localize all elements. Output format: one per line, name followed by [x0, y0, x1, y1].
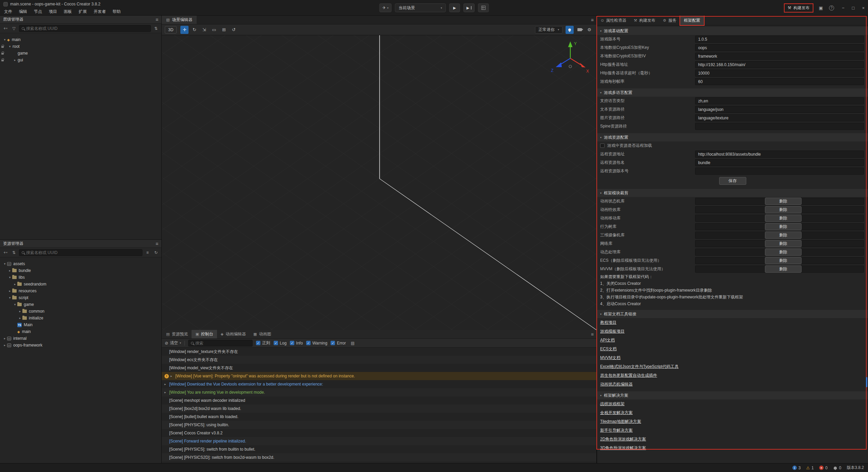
- menu-item-扩展[interactable]: 扩展: [75, 9, 90, 15]
- tree-node-game[interactable]: ▾game: [0, 301, 161, 308]
- minimize-button[interactable]: −: [842, 5, 845, 11]
- sort-icon[interactable]: ⇅: [153, 25, 159, 32]
- console-menu-icon[interactable]: ≡: [591, 332, 594, 337]
- expand-arrow[interactable]: ▸: [8, 289, 12, 293]
- tree-node-libs[interactable]: ▾libs: [0, 274, 161, 281]
- asset-filter-icon[interactable]: ≡: [144, 249, 151, 256]
- preview-device-button[interactable]: ✈ ▾: [379, 3, 392, 12]
- tab-framework-config[interactable]: 框架配置: [680, 16, 704, 25]
- section-basic-config[interactable]: ▾ 游戏基础配置: [597, 27, 868, 35]
- field-input[interactable]: bundle: [695, 159, 864, 166]
- hierarchy-search[interactable]: [19, 25, 151, 32]
- step-button[interactable]: ▶: [463, 3, 474, 12]
- tab-animation-graph[interactable]: ▦ 动画图: [250, 330, 275, 338]
- tree-node-root[interactable]: ▾root: [0, 43, 161, 50]
- field-input[interactable]: 60: [695, 78, 864, 85]
- menu-item-帮助[interactable]: 帮助: [109, 9, 124, 15]
- menu-item-开发者[interactable]: 开发者: [90, 9, 109, 15]
- field-input[interactable]: oops: [695, 44, 864, 51]
- log-row[interactable]: [Scene] Cocos Creator v3.8.2: [162, 429, 596, 437]
- camera-preview-button[interactable]: [575, 26, 584, 34]
- log-file-icon[interactable]: ▤: [349, 340, 356, 347]
- light-toggle-button[interactable]: [566, 26, 574, 34]
- tree-node-internal[interactable]: ▸internal: [0, 335, 161, 342]
- log-row[interactable]: !▸[Window] [Vue warn]: Property "onInput…: [162, 372, 596, 380]
- delete-button[interactable]: 删除: [765, 232, 802, 239]
- 3d-toggle-button[interactable]: 3D: [165, 26, 177, 34]
- expand-arrow[interactable]: ▸: [3, 337, 7, 340]
- scene-select-dropdown[interactable]: 当前场景 ▾: [395, 3, 446, 12]
- doc-link[interactable]: API文档: [600, 337, 615, 343]
- pivot-toggle-button[interactable]: ⊞: [220, 26, 228, 34]
- tree-node-script[interactable]: ▾script: [0, 294, 161, 301]
- field-input[interactable]: [695, 168, 864, 175]
- axis-gizmo[interactable]: Y X Z: [548, 36, 592, 80]
- doc-link[interactable]: Excel格式转Json文件与TypeScript代码工具: [600, 364, 678, 370]
- doc-link[interactable]: MVVM文档: [600, 355, 620, 361]
- rect-tool-button[interactable]: ▭: [210, 26, 218, 34]
- console-filter-warning[interactable]: ✓Warning: [306, 341, 327, 346]
- console-info-count[interactable]: i 3: [792, 466, 801, 470]
- trim-input[interactable]: 删除: [695, 249, 864, 256]
- log-expand-arrow[interactable]: ▸: [171, 374, 175, 378]
- coordinate-toggle-button[interactable]: ↺: [230, 26, 238, 34]
- field-input[interactable]: language/json: [695, 106, 864, 113]
- trim-input[interactable]: 删除: [695, 257, 864, 264]
- tree-node-oops-framework[interactable]: ▸oops-framework: [0, 342, 161, 349]
- expand-arrow[interactable]: ▾: [8, 276, 12, 279]
- assets-search-input[interactable]: [26, 250, 140, 255]
- expand-arrow[interactable]: ▾: [8, 45, 12, 48]
- delete-button[interactable]: 删除: [765, 206, 802, 213]
- section-i18n-config[interactable]: ▾ 游戏多语言配置: [597, 88, 868, 97]
- delete-button[interactable]: 删除: [765, 240, 802, 247]
- tab-build-publish[interactable]: ⚒ 构建发布: [630, 16, 659, 25]
- delete-button[interactable]: 删除: [765, 223, 802, 230]
- menu-item-面板[interactable]: 面板: [60, 9, 75, 15]
- expand-arrow[interactable]: ▸: [3, 343, 7, 347]
- move-tool-button[interactable]: ✛: [180, 26, 189, 34]
- delete-button[interactable]: 删除: [765, 257, 802, 264]
- solution-link[interactable]: 全栈开发解决方案: [600, 410, 633, 416]
- tab-console[interactable]: ▣ 控制台: [192, 330, 217, 338]
- hierarchy-menu-icon[interactable]: ≡: [156, 17, 158, 22]
- tree-node-assets[interactable]: ▾assets: [0, 260, 161, 267]
- scene-settings-button[interactable]: ⚙: [585, 26, 593, 34]
- expand-arrow[interactable]: ▸: [18, 316, 22, 320]
- trim-input[interactable]: 删除: [695, 266, 864, 273]
- console-filter-log[interactable]: ✓Log: [274, 341, 287, 346]
- rotate-tool-button[interactable]: ↻: [190, 26, 198, 34]
- tree-node-resources[interactable]: ▸resources: [0, 288, 161, 294]
- hierarchy-search-input[interactable]: [26, 26, 148, 31]
- field-input[interactable]: http://localhost:8083/assets/bundle: [695, 151, 864, 158]
- log-row[interactable]: [Window] ecs文件夹不存在: [162, 356, 596, 364]
- doc-link[interactable]: 游戏模板项目: [600, 329, 625, 334]
- assets-menu-icon[interactable]: ≡: [156, 241, 158, 247]
- save-button[interactable]: 保存: [719, 177, 746, 185]
- section-resource-config[interactable]: ▾ 游戏资源配置: [597, 133, 868, 141]
- console-filter-info[interactable]: ✓Info: [290, 341, 303, 346]
- tree-node-main[interactable]: ▾◆main: [0, 36, 161, 43]
- console-search[interactable]: [188, 340, 253, 347]
- expand-arrow[interactable]: ▾: [3, 38, 7, 41]
- log-row[interactable]: [Scene] [box2d]:box2d wasm lib loaded.: [162, 405, 596, 413]
- create-asset-button[interactable]: +▾: [2, 249, 9, 256]
- tree-node-bundle[interactable]: ▸bundle: [0, 267, 161, 274]
- tree-node-main[interactable]: ◆main: [0, 328, 161, 335]
- tab-services[interactable]: ⚙ 服务: [659, 16, 680, 25]
- log-row[interactable]: ▸[Window] Download the Vue Devtools exte…: [162, 380, 596, 388]
- console-error-count[interactable]: × 0: [819, 466, 828, 470]
- solution-link[interactable]: 2D角色扮演游戏解决方案: [600, 436, 646, 442]
- tab-assets-preview[interactable]: ▤ 资源预览: [162, 330, 192, 338]
- trim-input[interactable]: 删除: [695, 232, 864, 239]
- log-row[interactable]: [Scene] meshopt wasm decoder initialized: [162, 396, 596, 405]
- log-row[interactable]: [Window] render_texture文件夹不存在: [162, 348, 596, 356]
- remote-load-checkbox[interactable]: [600, 143, 605, 148]
- assets-search[interactable]: [19, 249, 142, 256]
- trim-input[interactable]: 删除: [695, 215, 864, 222]
- trim-input[interactable]: 删除: [695, 223, 864, 230]
- trim-input[interactable]: 删除: [695, 240, 864, 247]
- tab-property-inspector[interactable]: ⊙ 属性检查器: [597, 16, 630, 25]
- tree-node-initialize[interactable]: ▸initialize: [0, 315, 161, 321]
- trim-input[interactable]: 删除: [695, 206, 864, 213]
- console-warning-count[interactable]: ⚠ 1: [806, 466, 813, 470]
